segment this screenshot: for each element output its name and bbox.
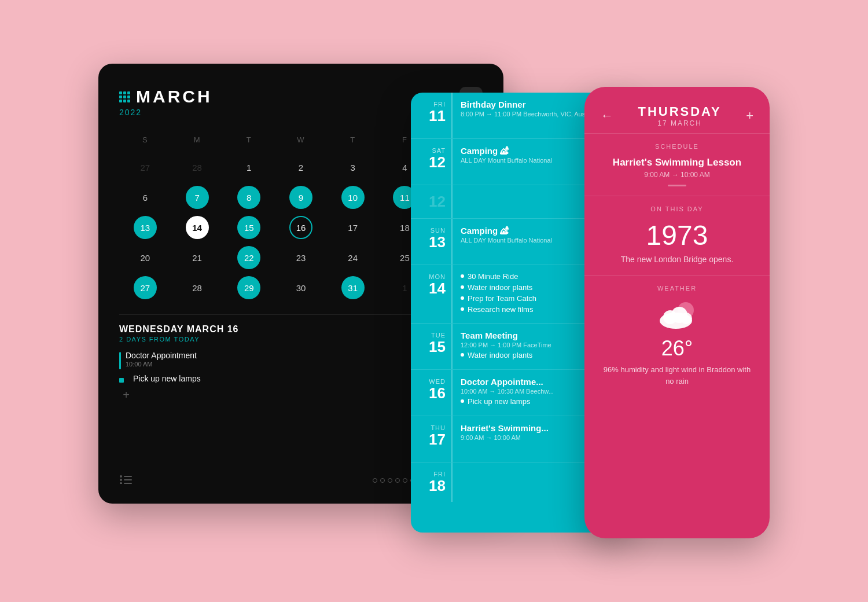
cal-day-3[interactable]: 3 xyxy=(327,152,379,182)
cal-day-20[interactable]: 20 xyxy=(119,243,171,273)
svg-rect-1 xyxy=(124,476,132,477)
cal-day-27[interactable]: 27 xyxy=(119,273,171,303)
add-event-button[interactable]: + xyxy=(119,388,133,402)
day-header-t1: T xyxy=(223,131,275,152)
sched-day-tue15: TUE 15 xyxy=(411,324,451,369)
bottom-event-1-time: 10:00 AM xyxy=(126,361,197,368)
phone-history-year: 1973 xyxy=(598,219,756,251)
cal-day-22[interactable]: 22 xyxy=(223,243,275,273)
event-square-indicator xyxy=(119,378,124,383)
cal-day-13[interactable]: 13 xyxy=(119,212,171,243)
phone-day-date: 17 MARCH xyxy=(638,119,721,127)
day-header-m: M xyxy=(171,131,223,152)
phone-back-button[interactable]: ← xyxy=(598,106,616,126)
phone-detail: ← THURSDAY 17 MARCH + SCHEDULE Harriet's… xyxy=(584,87,770,538)
day-header-s: S xyxy=(119,131,171,152)
cal-day-2[interactable]: 2 xyxy=(275,152,327,182)
phone-header: ← THURSDAY 17 MARCH + xyxy=(584,87,770,133)
cal-day-8[interactable]: 8 xyxy=(223,182,275,212)
list-icon xyxy=(119,475,132,486)
cal-day-28-prev[interactable]: 28 xyxy=(171,152,223,182)
bottom-event-1-name: Doctor Appointment xyxy=(126,351,197,360)
bottom-event-2-name: Pick up new lamps xyxy=(133,374,201,383)
weather-cloud-icon xyxy=(598,299,756,331)
sched-day-sat12: SAT 12 xyxy=(411,139,451,185)
sched-day-thu17: THU 17 xyxy=(411,416,451,462)
event-bar-indicator xyxy=(119,352,121,369)
phone-weather-desc: 96% humidity and light wind in Braddon w… xyxy=(598,364,756,387)
month-label: MARCH xyxy=(136,87,212,107)
cal-day-27-prev[interactable]: 27 xyxy=(119,152,171,182)
svg-point-2 xyxy=(120,479,122,481)
cal-day-30[interactable]: 30 xyxy=(275,273,327,303)
calendar-title-block: MARCH 2022 xyxy=(119,87,212,117)
year-label: 2022 xyxy=(119,108,212,117)
dot-4 xyxy=(395,478,400,483)
bottom-event-1-details: Doctor Appointment 10:00 AM xyxy=(126,351,197,368)
phone-event-name[interactable]: Harriet's Swimming Lesson xyxy=(598,157,756,168)
app-container: MARCH 2022 ↗ S M T W T F S 27 28 1 2 3 4… xyxy=(98,64,770,538)
phone-on-this-day-section: ON THIS DAY 1973 The new London Bridge o… xyxy=(584,196,770,275)
grid-icon xyxy=(119,91,130,102)
cal-day-29[interactable]: 29 xyxy=(223,273,275,303)
calendar-month-row: MARCH xyxy=(119,87,212,107)
sched-day-fri18: FRI 18 xyxy=(411,462,451,502)
phone-temperature: 26° xyxy=(598,336,756,361)
dot-2 xyxy=(380,478,385,483)
phone-divider-1 xyxy=(668,185,686,186)
cal-day-9[interactable]: 9 xyxy=(275,182,327,212)
cal-day-24[interactable]: 24 xyxy=(327,243,379,273)
cal-day-16-selected[interactable]: 16 xyxy=(275,212,327,243)
cal-day-23[interactable]: 23 xyxy=(275,243,327,273)
sched-day-fri11: FRI 11 xyxy=(411,93,451,138)
svg-rect-5 xyxy=(124,483,132,484)
phone-schedule-section: SCHEDULE Harriet's Swimming Lesson 9:00 … xyxy=(584,133,770,196)
dot-1 xyxy=(373,478,377,483)
svg-point-4 xyxy=(120,482,122,484)
dot-5 xyxy=(403,478,407,483)
cal-day-6[interactable]: 6 xyxy=(119,182,171,212)
sched-day-sun13: SUN 13 xyxy=(411,219,451,265)
cal-day-28[interactable]: 28 xyxy=(171,273,223,303)
sched-day-wed16: WED 16 xyxy=(411,370,451,416)
phone-history-text: The new London Bridge opens. xyxy=(598,254,756,266)
cal-day-1[interactable]: 1 xyxy=(223,152,275,182)
phone-day-title: THURSDAY 17 MARCH xyxy=(638,104,721,127)
phone-day-name: THURSDAY xyxy=(638,104,721,119)
phone-event-time: 9:00 AM → 10:00 AM xyxy=(598,171,756,179)
day-header-w: W xyxy=(275,131,327,152)
cal-day-15[interactable]: 15 xyxy=(223,212,275,243)
cal-day-31[interactable]: 31 xyxy=(327,273,379,303)
day-header-t2: T xyxy=(327,131,379,152)
phone-add-button[interactable]: + xyxy=(744,106,756,126)
phone-weather-label: WEATHER xyxy=(598,285,756,292)
dot-3 xyxy=(388,478,392,483)
cal-day-14-today[interactable]: 14 xyxy=(171,212,223,243)
cal-day-7[interactable]: 7 xyxy=(171,182,223,212)
phone-weather-section: WEATHER 26° 96% humidity and light wind … xyxy=(584,275,770,396)
svg-point-10 xyxy=(681,313,692,324)
cal-day-17[interactable]: 17 xyxy=(327,212,379,243)
svg-point-0 xyxy=(120,475,122,478)
sched-day-mon14: MON 14 xyxy=(411,265,451,323)
cal-day-21[interactable]: 21 xyxy=(171,243,223,273)
phone-schedule-label: SCHEDULE xyxy=(598,143,756,150)
phone-on-this-day-label: ON THIS DAY xyxy=(598,205,756,212)
svg-rect-3 xyxy=(124,479,132,480)
cal-day-10[interactable]: 10 xyxy=(327,182,379,212)
